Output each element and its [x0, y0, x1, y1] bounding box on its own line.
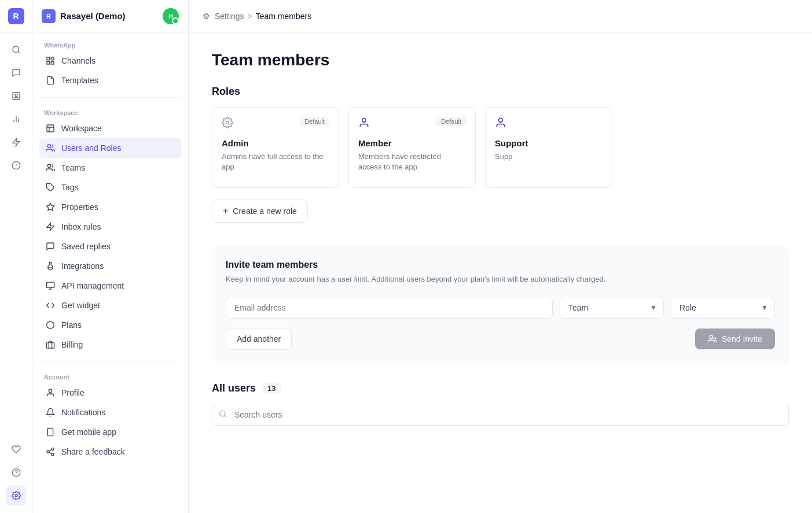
mobile-app-icon [45, 427, 56, 437]
role-card-member[interactable]: Default Member Members have restricted a… [348, 107, 476, 188]
notifications-icon [45, 407, 56, 418]
svg-rect-17 [47, 125, 54, 132]
breadcrumb: Settings > Team members [215, 12, 311, 21]
role-card-member-header: Default [358, 117, 466, 131]
roles-section-title: Roles [212, 86, 789, 98]
roles-grid: Default Admin Admins have full access to… [212, 107, 789, 188]
breadcrumb-settings[interactable]: Settings [215, 12, 244, 21]
team-select[interactable]: Team [560, 297, 664, 319]
svg-point-19 [47, 164, 50, 167]
invite-description: Keep in mind your account has a user lim… [226, 274, 775, 285]
sidebar-header: R Rasayel (Demo) H [32, 0, 188, 32]
team-select-wrapper: Team ▼ [560, 297, 664, 319]
svg-point-41 [220, 411, 225, 416]
search-icon[interactable] [6, 39, 27, 60]
support-role-icon [495, 117, 506, 131]
support-role-name: Support [495, 138, 602, 148]
page-title: Team members [212, 51, 789, 69]
saved-replies-icon [45, 241, 56, 252]
sidebar-item-get-mobile-app[interactable]: Get mobile app [39, 422, 181, 442]
svg-marker-21 [46, 203, 54, 211]
svg-rect-13 [47, 57, 50, 60]
account-section: Account Profile Notifications Get mobile… [32, 364, 188, 466]
bolt-icon[interactable] [6, 155, 27, 176]
sidebar-item-inbox-rules[interactable]: Inbox rules [39, 217, 181, 237]
help-icon[interactable] [6, 462, 27, 483]
email-address-input[interactable] [226, 297, 553, 319]
sidebar-user-avatar[interactable]: H [163, 8, 179, 24]
role-card-admin[interactable]: Default Admin Admins have full access to… [212, 107, 339, 188]
app-logo: R [8, 8, 24, 24]
sidebar-item-profile[interactable]: Profile [39, 383, 181, 403]
svg-point-38 [710, 335, 712, 338]
profile-icon [45, 387, 56, 398]
sidebar-item-workspace[interactable]: Workspace [39, 119, 181, 138]
svg-point-27 [49, 389, 52, 392]
reports-icon[interactable] [6, 109, 27, 130]
sidebar-item-plans[interactable]: Plans [39, 315, 181, 335]
teams-icon [45, 163, 56, 173]
sidebar-item-billing[interactable]: Billing [39, 335, 181, 355]
send-invite-button[interactable]: Send Invite [695, 329, 775, 349]
support-role-description: Supp [495, 152, 602, 162]
settings-icon[interactable] [6, 485, 27, 506]
main-content: ⚙ Settings > Team members Team members R… [189, 0, 812, 513]
get-widget-icon [45, 300, 56, 311]
sidebar-item-get-widget[interactable]: Get widget [39, 296, 181, 315]
app-logo-area: R [0, 0, 32, 32]
templates-icon [45, 75, 56, 86]
plus-icon: + [223, 206, 228, 216]
whatsapp-section: WhatsApp Channels Templates [32, 32, 188, 95]
svg-line-33 [49, 452, 52, 454]
sidebar-item-channels[interactable]: Channels [39, 51, 181, 71]
role-card-support[interactable]: Support Supp [485, 107, 612, 188]
channels-icon [45, 56, 56, 66]
sidebar-item-properties[interactable]: Properties [39, 197, 181, 217]
icon-bar-items [6, 32, 27, 432]
users-count-badge: 13 [262, 383, 281, 394]
sidebar-item-users-roles[interactable]: Users and Roles [39, 138, 181, 158]
admin-role-description: Admins have full access to the app [222, 152, 329, 172]
sidebar-app-name: R Rasayel (Demo) [42, 9, 126, 23]
breadcrumb-separator: > [248, 12, 252, 21]
svg-point-31 [47, 451, 49, 453]
role-card-admin-header: Default [222, 117, 329, 131]
role-card-support-header [495, 117, 602, 131]
admin-role-name: Admin [222, 138, 329, 148]
add-another-button[interactable]: Add another [226, 328, 292, 350]
workspace-section-label: Workspace [39, 109, 181, 116]
search-users-wrapper [212, 404, 789, 426]
svg-point-35 [226, 121, 229, 124]
admin-default-badge: Default [300, 117, 329, 126]
automation-icon[interactable] [6, 132, 27, 153]
svg-point-36 [362, 119, 366, 123]
svg-point-12 [15, 494, 17, 497]
role-select[interactable]: Role Admin Member Support [671, 297, 775, 319]
all-users-title: All users [212, 382, 256, 394]
create-role-button[interactable]: + Create a new role [212, 200, 308, 223]
sidebar-item-tags[interactable]: Tags [39, 178, 181, 197]
sidebar-item-share-feedback[interactable]: Share a feedback [39, 442, 181, 462]
sidebar-item-notifications[interactable]: Notifications [39, 403, 181, 422]
sidebar-item-teams[interactable]: Teams [39, 158, 181, 178]
sidebar-item-templates[interactable]: Templates [39, 71, 181, 90]
sidebar-item-api-management[interactable]: API management [39, 276, 181, 296]
sidebar-item-saved-replies[interactable]: Saved replies [39, 237, 181, 256]
admin-role-icon [222, 117, 233, 131]
svg-point-0 [13, 46, 19, 53]
heart-icon[interactable] [6, 439, 27, 460]
invite-title: Invite team members [226, 260, 775, 270]
send-invite-icon [708, 334, 717, 344]
svg-rect-26 [46, 343, 54, 348]
share-feedback-icon [45, 446, 56, 457]
contacts-icon[interactable] [6, 86, 27, 106]
workspace-section: Workspace Workspace Users and Roles Team… [32, 100, 188, 359]
settings-breadcrumb-icon: ⚙ [203, 12, 210, 21]
svg-rect-16 [51, 61, 54, 64]
sidebar-divider-1 [39, 97, 181, 98]
conversations-icon[interactable] [6, 62, 27, 83]
search-users-input[interactable] [212, 404, 789, 426]
svg-point-30 [52, 448, 54, 450]
tags-icon [45, 182, 56, 193]
sidebar-item-integrations[interactable]: Integrations [39, 256, 181, 276]
